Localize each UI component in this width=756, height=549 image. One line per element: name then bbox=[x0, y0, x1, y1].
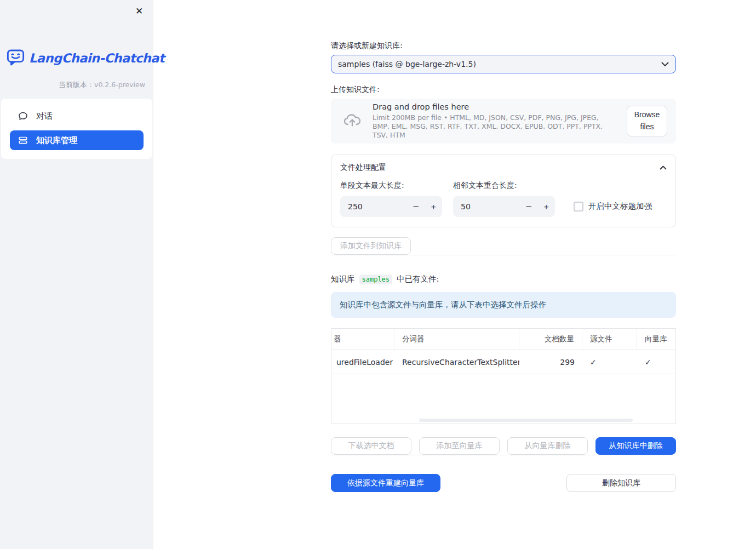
chat-bubble-icon bbox=[18, 111, 28, 122]
version-value: v0.2.6-preview bbox=[94, 81, 145, 89]
sidebar-item-label: 知识库管理 bbox=[36, 135, 77, 146]
table-row[interactable]: uredFileLoader RecursiveCharacterTextSpl… bbox=[331, 350, 675, 374]
table-horizontal-scrollbar[interactable] bbox=[419, 419, 633, 422]
kb-list-icon bbox=[18, 135, 28, 146]
file-action-buttons: 下载选中文档 添加至向量库 从向量库删除 从知识库中删除 bbox=[331, 437, 676, 455]
delete-kb-button[interactable]: 删除知识库 bbox=[566, 474, 676, 492]
chunk-size-value: 250 bbox=[348, 202, 407, 211]
add-files-to-kb-button[interactable]: 添加文件到知识库 bbox=[331, 237, 411, 255]
info-text: 知识库中包含源文件与向量库，请从下表中选择文件后操作 bbox=[340, 300, 546, 310]
upload-label: 上传知识文件: bbox=[331, 85, 676, 95]
sidebar-close-icon[interactable]: ✕ bbox=[131, 3, 147, 19]
dropzone-title: Drag and drop files here bbox=[373, 102, 617, 111]
version-label: 当前版本： bbox=[59, 81, 94, 89]
overlap-size-value: 50 bbox=[461, 202, 520, 211]
main-area: 请选择或新建知识库: samples (faiss @ bge-large-zh… bbox=[153, 0, 756, 549]
expander-title: 文件处理配置 bbox=[340, 163, 386, 173]
file-config-expander: 文件处理配置 单段文本最大长度: 250 − ＋ 相邻文 bbox=[331, 155, 676, 227]
brand-title: LangChain-Chatchat bbox=[29, 51, 164, 65]
cell-loader: uredFileLoader bbox=[331, 350, 394, 374]
browse-files-button[interactable]: Browse files bbox=[627, 106, 667, 136]
version-line: 当前版本：v0.2.6-preview bbox=[0, 80, 153, 90]
cell-splitter: RecursiveCharacterTextSplitter bbox=[394, 350, 519, 374]
kb-level-buttons: 依据源文件重建向量库 删除知识库 bbox=[331, 474, 676, 492]
sidebar: ✕ LangChain-Chatchat 当前版本：v0.2.6-preview… bbox=[0, 0, 153, 549]
add-to-vector-store-button[interactable]: 添加至向量库 bbox=[419, 437, 500, 455]
col-splitter-header: 分词器 bbox=[394, 329, 519, 350]
delete-from-kb-button[interactable]: 从知识库中删除 bbox=[595, 437, 676, 455]
dropzone-text: Drag and drop files here Limit 200MB per… bbox=[373, 102, 617, 140]
overlap-size-input[interactable]: 50 − ＋ bbox=[453, 196, 555, 217]
sidebar-menu: 对话 知识库管理 bbox=[1, 99, 152, 159]
chevron-down-icon bbox=[661, 62, 669, 67]
kb-select-value: samples (faiss @ bge-large-zh-v1.5) bbox=[338, 60, 661, 68]
rebuild-vector-store-button[interactable]: 依据源文件重建向量库 bbox=[331, 474, 440, 492]
overlap-size-increment-button[interactable]: ＋ bbox=[537, 196, 555, 217]
sidebar-item-kb-management[interactable]: 知识库管理 bbox=[10, 130, 144, 150]
kb-name-code: samples bbox=[359, 274, 393, 284]
col-loader-header: 器 bbox=[331, 329, 394, 350]
table-header-row: 器 分词器 文档数量 源文件 向量库 bbox=[331, 329, 675, 350]
overlap-size-field: 相邻文本重合长度: 50 − ＋ bbox=[453, 181, 555, 217]
zh-title-enhance-checkbox[interactable] bbox=[574, 202, 583, 211]
chunk-size-increment-button[interactable]: ＋ bbox=[425, 196, 442, 217]
col-source-file-header: 源文件 bbox=[582, 329, 637, 350]
chunk-size-decrement-button[interactable]: − bbox=[407, 196, 425, 217]
file-dropzone[interactable]: Drag and drop files here Limit 200MB per… bbox=[331, 99, 676, 144]
existing-prefix: 知识库 bbox=[331, 274, 355, 284]
chunk-size-input[interactable]: 250 − ＋ bbox=[340, 196, 442, 217]
cell-doc-count: 299 bbox=[519, 350, 582, 374]
expander-header[interactable]: 文件处理配置 bbox=[340, 155, 667, 180]
chunk-size-field: 单段文本最大长度: 250 − ＋ bbox=[340, 181, 442, 217]
cell-vector-store-check: ✓ bbox=[637, 350, 676, 374]
content-column: 请选择或新建知识库: samples (faiss @ bge-large-zh… bbox=[331, 0, 676, 492]
kb-select-label: 请选择或新建知识库: bbox=[331, 41, 676, 51]
delete-from-vector-store-button[interactable]: 从向量库删除 bbox=[507, 437, 588, 455]
chunk-size-label: 单段文本最大长度: bbox=[340, 181, 442, 191]
existing-suffix: 中已有文件: bbox=[397, 274, 439, 284]
chevron-up-icon bbox=[660, 165, 667, 170]
info-banner: 知识库中包含源文件与向量库，请从下表中选择文件后操作 bbox=[331, 292, 676, 318]
zh-title-enhance-label: 开启中文标题加强 bbox=[588, 201, 652, 211]
config-row: 单段文本最大长度: 250 − ＋ 相邻文本重合长度: 50 − ＋ bbox=[340, 181, 667, 217]
existing-files-heading: 知识库 samples 中已有文件: bbox=[331, 274, 676, 284]
divider bbox=[331, 255, 676, 255]
download-selected-button[interactable]: 下载选中文档 bbox=[331, 437, 411, 455]
sidebar-item-dialogue[interactable]: 对话 bbox=[10, 106, 144, 126]
zh-title-enhance-field: 开启中文标题加强 bbox=[574, 201, 652, 211]
langchain-chatchat-logo-icon bbox=[5, 47, 26, 69]
overlap-size-decrement-button[interactable]: − bbox=[520, 196, 537, 217]
dropzone-limit: Limit 200MB per file • HTML, MD, JSON, C… bbox=[373, 113, 617, 140]
sidebar-item-label: 对话 bbox=[36, 111, 53, 122]
col-doc-count-header: 文档数量 bbox=[519, 329, 582, 350]
brand: LangChain-Chatchat bbox=[0, 47, 153, 69]
cloud-upload-icon bbox=[342, 110, 363, 133]
cell-source-file-check: ✓ bbox=[582, 350, 637, 374]
overlap-size-label: 相邻文本重合长度: bbox=[453, 181, 555, 191]
kb-files-table[interactable]: 器 分词器 文档数量 源文件 向量库 uredFileLoader bbox=[331, 328, 676, 424]
divider bbox=[331, 455, 676, 455]
kb-select[interactable]: samples (faiss @ bge-large-zh-v1.5) bbox=[331, 55, 676, 73]
col-vector-store-header: 向量库 bbox=[637, 329, 676, 350]
